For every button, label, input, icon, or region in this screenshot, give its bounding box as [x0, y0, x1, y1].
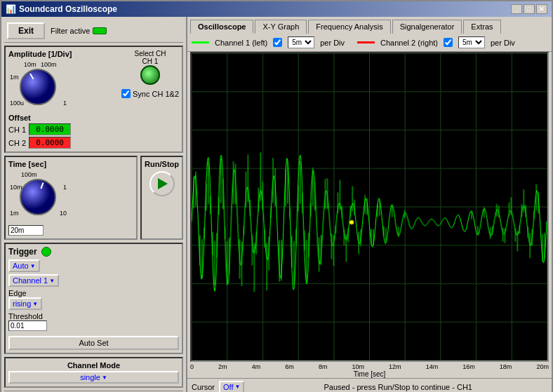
sync-checkbox[interactable] [121, 89, 131, 98]
amplitude-area: Amplitude [1/Div] 10m 100m 1m 100u 1 [8, 50, 72, 114]
amp-label-1: 1 [63, 100, 67, 107]
status-text: Paused - press Run/Stop to continue - CH… [248, 383, 547, 391]
amp-label-10m: 10m [24, 61, 36, 68]
trigger-edge-row: Edge rising ▼ [8, 289, 179, 310]
offset-ch1-value[interactable]: 0.0000 [29, 123, 71, 135]
trigger-mode-arrow: ▼ [30, 263, 36, 269]
ch2-per-div-select[interactable]: 5m [458, 36, 485, 48]
time-label-18m: 18m [500, 363, 512, 370]
ch2-color-indicator [357, 41, 375, 43]
amplitude-knob[interactable] [19, 68, 58, 107]
time-axis-title: Time [sec] [190, 370, 549, 378]
amplitude-knob-wrap: 10m 100m 1m 100u 1 [8, 61, 68, 114]
tab-oscilloscope[interactable]: Oscilloscope [190, 20, 253, 34]
titlebar-left: 📊 Soundcard Oszilloscope [6, 4, 117, 14]
svg-point-2 [20, 180, 55, 215]
offset-ch2-text: 0.0000 [36, 138, 64, 147]
edge-value: rising [13, 299, 31, 308]
time-spinbox[interactable] [8, 225, 44, 236]
trigger-mode-button[interactable]: Auto ▼ [8, 259, 40, 272]
channel-mode-button[interactable]: single ▼ [8, 371, 179, 384]
amp-label-1m: 1m [10, 74, 19, 81]
cursor-value: Off [223, 383, 233, 391]
threshold-row: Threshold [8, 312, 179, 331]
time-label-1: 1 [63, 184, 67, 191]
ch2-checkbox[interactable] [444, 38, 453, 47]
bottom-bar: Cursor Off ▼ Paused - press Run/Stop to … [187, 378, 552, 392]
time-label-12m: 12m [389, 363, 401, 370]
time-axis-labels: 0 2m 4m 6m 8m 10m 12m 14m 16m 18m 20m Ti… [187, 362, 552, 378]
ch2-per-div-unit: per Div [491, 39, 515, 47]
time-label-4m: 4m [252, 363, 261, 370]
top-bar: Exit Filter active [4, 20, 183, 43]
titlebar-buttons: _ □ ✕ [511, 4, 547, 14]
cursor-dropdown-button[interactable]: Off ▼ [219, 381, 244, 392]
trigger-mode-row: Auto ▼ [8, 259, 179, 272]
svg-point-0 [20, 69, 55, 104]
time-label-10m: 10m [352, 363, 364, 370]
sync-area: Sync CH 1&2 [121, 89, 179, 98]
run-stop-title: Run/Stop [145, 160, 179, 168]
ch1-per-div-select[interactable]: 5m [288, 36, 314, 48]
offset-ch1-row: CH 1 0.0000 [8, 123, 179, 135]
channel-mode-arrow: ▼ [102, 374, 107, 381]
tab-extras[interactable]: Extras [463, 20, 500, 34]
cursor-arrow: ▼ [235, 384, 241, 390]
offset-ch1-label: CH 1 [8, 126, 26, 134]
play-icon [158, 178, 168, 189]
time-label-0: 0 [190, 363, 194, 370]
filter-led [93, 27, 107, 34]
run-stop-button[interactable] [149, 171, 175, 196]
titlebar: 📊 Soundcard Oszilloscope _ □ ✕ [1, 1, 552, 17]
ch1-label: Channel 1 (left) [215, 39, 267, 47]
tab-signalgenerator[interactable]: Signalgenerator [392, 20, 462, 34]
ch1-checkbox[interactable] [273, 38, 282, 47]
filter-active-area: Filter active [51, 27, 107, 35]
select-ch-area: Select CH CH 1 Sync CH 1&2 [121, 50, 179, 98]
time-runstop-row: Time [sec] 100m 10m 1m 10 1 [4, 156, 183, 240]
tab-xy-graph[interactable]: X-Y Graph [255, 20, 307, 34]
offset-ch2-label: CH 2 [8, 139, 26, 147]
offset-ch1-text: 0.0000 [36, 125, 64, 134]
time-spinbox-row [8, 225, 133, 236]
sync-checkbox-label[interactable]: Sync CH 1&2 [121, 89, 179, 98]
close-button[interactable]: ✕ [536, 4, 547, 14]
trigger-section: Trigger Auto ▼ Channel 1 ▼ Edge [4, 243, 183, 354]
edge-value-button[interactable]: rising ▼ [8, 297, 42, 310]
oscilloscope-display [190, 52, 549, 362]
trigger-channel-row: Channel 1 ▼ [8, 274, 179, 287]
exit-button[interactable]: Exit [7, 22, 45, 39]
time-label-16m: 16m [462, 363, 475, 370]
ch1-per-div-unit: per Div [320, 39, 345, 47]
minimize-button[interactable]: _ [511, 4, 522, 14]
channel-mode-section: Channel Mode single ▼ [4, 357, 183, 388]
offset-ch2-row: CH 2 0.0000 [8, 137, 179, 149]
app-title: Soundcard Oszilloscope [19, 4, 117, 14]
tab-bar: Oscilloscope X-Y Graph Frequency Analysi… [187, 17, 552, 34]
amplitude-title: Amplitude [1/Div] [8, 50, 72, 58]
time-labels-row: 0 2m 4m 6m 8m 10m 12m 14m 16m 18m 20m [190, 363, 549, 370]
threshold-input[interactable] [8, 320, 47, 331]
time-label-14m: 14m [426, 363, 439, 370]
channel-bar: Channel 1 (left) 5m per Div Channel 2 (r… [187, 34, 552, 52]
time-knob[interactable] [19, 178, 58, 217]
channel-mode-value: single [80, 373, 100, 381]
auto-set-button[interactable]: Auto Set [8, 336, 179, 350]
channel-mode-title: Channel Mode [67, 361, 120, 370]
filter-label: Filter active [51, 27, 90, 35]
offset-ch2-value[interactable]: 0.0000 [29, 137, 71, 149]
edge-label: Edge [8, 289, 179, 297]
app-window: 📊 Soundcard Oszilloscope _ □ ✕ Exit Filt… [0, 0, 553, 392]
time-label-2m: 2m [218, 363, 227, 370]
ch-indicator[interactable] [140, 65, 160, 85]
time-label-10: 10 [60, 210, 67, 217]
time-label-20m: 20m [536, 363, 549, 370]
maximize-button[interactable]: □ [524, 4, 535, 14]
run-stop-section: Run/Stop [140, 156, 183, 240]
trigger-channel-button[interactable]: Channel 1 ▼ [8, 274, 59, 287]
right-panel: Oscilloscope X-Y Graph Frequency Analysi… [187, 17, 552, 392]
tab-frequency-analysis[interactable]: Frequency Analysis [308, 20, 390, 34]
app-icon: 📊 [6, 4, 16, 14]
edge-arrow: ▼ [32, 301, 38, 307]
time-knob-wrap: 100m 10m 1m 10 1 [8, 171, 68, 224]
